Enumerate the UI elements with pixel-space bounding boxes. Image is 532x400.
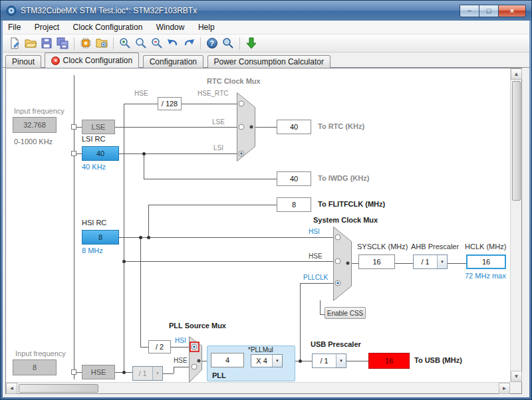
zoom-fit-icon xyxy=(134,37,148,50)
sysclk-value[interactable]: 16 xyxy=(358,254,395,269)
tab-clock-configuration[interactable]: × Clock Configuration xyxy=(45,52,139,68)
hclk-value[interactable]: 16 xyxy=(466,254,506,269)
tab-pinout[interactable]: Pinout xyxy=(5,55,41,68)
horizontal-scrollbar[interactable]: ◄ ► xyxy=(6,382,510,393)
vertical-scroll-thumb[interactable] xyxy=(512,81,521,201)
zoom-in-button[interactable] xyxy=(117,36,132,51)
hsi-frequency-field[interactable]: 8 xyxy=(82,230,119,245)
usb-clock-value-error[interactable]: 16 xyxy=(368,353,410,369)
lse-oscillator-box: LSE xyxy=(82,120,115,134)
junction-dot xyxy=(299,359,302,363)
scrollbar-corner xyxy=(510,382,521,393)
lsi-frequency-field[interactable]: 40 xyxy=(82,146,119,161)
pll-source-mux-title: PLL Source Mux xyxy=(169,322,226,330)
menu-window[interactable]: Window xyxy=(151,21,190,34)
vertical-scrollbar[interactable]: ▲ ▼ xyxy=(510,68,521,382)
search-button[interactable] xyxy=(220,36,235,51)
toolbar-separator xyxy=(200,37,201,50)
generate-code-button[interactable] xyxy=(94,36,109,51)
pll-multiplier-select[interactable]: X 4 ▼ xyxy=(251,354,283,367)
menu-clock-configuration[interactable]: Clock Configuration xyxy=(68,21,148,34)
menu-file[interactable]: File xyxy=(3,21,26,34)
connector-line xyxy=(140,237,141,347)
tab-power-consumption-calculator[interactable]: Power Consumption Calculator xyxy=(207,55,331,68)
scroll-up-button[interactable]: ▲ xyxy=(511,68,522,80)
connector-line xyxy=(124,104,158,104)
check-updates-button[interactable] xyxy=(243,36,259,51)
hse-divider-value: / 1 xyxy=(133,367,152,380)
bus-connector xyxy=(71,151,76,156)
save-button[interactable] xyxy=(39,36,54,51)
system-clock-mux xyxy=(333,227,352,301)
pllmux-hse-radio[interactable] xyxy=(192,364,197,369)
enable-css-button[interactable]: Enable CSS xyxy=(325,307,366,319)
sysmux-hsi-radio[interactable] xyxy=(335,235,340,240)
bus-connector xyxy=(71,369,76,375)
menu-project[interactable]: Project xyxy=(29,21,65,34)
redo-button[interactable] xyxy=(181,36,196,51)
zoom-out-button[interactable] xyxy=(149,36,164,51)
sysmux-output-dot xyxy=(346,262,350,265)
tab-configuration[interactable]: Configuration xyxy=(143,55,203,68)
title-bar: STM32CubeMX STM Test.ioc*: STM32F103RBTx… xyxy=(1,1,531,21)
lsi-rc-label: LSI RC xyxy=(82,135,105,143)
redo-icon xyxy=(182,37,196,50)
system-clock-mux-title: System Clock Mux xyxy=(313,216,378,224)
save-all-icon xyxy=(56,37,69,50)
tab-label: Clock Configuration xyxy=(63,56,132,65)
rtc-mux-lse-radio[interactable] xyxy=(239,124,244,130)
save-all-button[interactable] xyxy=(55,36,70,51)
pll-title: PLL xyxy=(212,371,226,379)
app-icon xyxy=(6,5,17,16)
sysmux-hse-radio[interactable] xyxy=(335,258,340,264)
to-rtc-label: To RTC (KHz) xyxy=(318,122,364,130)
hse-input-frequency-label: Input frequency xyxy=(15,350,66,357)
junction-dot xyxy=(139,236,142,239)
pllmux-selected-dot xyxy=(193,346,196,348)
connector-line xyxy=(148,205,277,205)
connector-line xyxy=(76,372,82,373)
new-file-button[interactable] xyxy=(7,36,22,51)
help-button[interactable]: ? xyxy=(204,36,219,51)
flitfclk-value[interactable]: 8 xyxy=(277,197,311,212)
sysmux-pllclk-label: PLLCLK xyxy=(303,274,328,281)
app-window: STM32CubeMX STM Test.ioc*: STM32F103RBTx… xyxy=(0,0,532,400)
scroll-left-button[interactable]: ◄ xyxy=(6,383,17,394)
horizontal-scroll-thumb[interactable] xyxy=(19,384,98,393)
scroll-down-button[interactable]: ▼ xyxy=(511,371,522,382)
connector-line xyxy=(320,314,325,315)
menu-help[interactable]: Help xyxy=(193,21,220,34)
zoom-fit-button[interactable] xyxy=(133,36,148,51)
minimize-button[interactable]: − xyxy=(460,5,479,17)
usb-prescaler-title: USB Prescaler xyxy=(311,340,361,348)
pllmux-hse-label: HSE xyxy=(174,357,188,364)
open-project-button[interactable] xyxy=(23,36,38,51)
chevron-down-icon: ▼ xyxy=(272,355,282,367)
usb-prescaler-select[interactable]: / 1 ▼ xyxy=(312,353,346,368)
zoom-out-icon xyxy=(150,37,164,50)
rtc-mux-hse-radio[interactable] xyxy=(239,101,244,106)
clock-tree-frame: Input frequency 32.768 0-1000 KHz LSE LS… xyxy=(5,68,522,394)
zoom-in-icon xyxy=(118,37,132,50)
ahb-prescaler-value: / 1 xyxy=(414,255,437,268)
close-button[interactable]: × xyxy=(498,5,526,17)
bus-connector xyxy=(71,124,76,130)
ahb-prescaler-select[interactable]: / 1 ▼ xyxy=(413,254,448,269)
iwdg-clock-value[interactable]: 40 xyxy=(277,171,311,186)
connector-line xyxy=(124,261,333,262)
hsi-rc-label: HSI RC xyxy=(82,219,106,227)
toolbar-separator xyxy=(239,37,240,50)
hse-input-frequency-value: 8 xyxy=(13,359,57,375)
hse-signal-label: HSE xyxy=(134,90,148,97)
undo-button[interactable] xyxy=(165,36,180,51)
maximize-button[interactable]: □ xyxy=(479,5,499,17)
connector-line xyxy=(182,104,237,104)
pllmux-hsi-label: HSI xyxy=(175,337,186,344)
mcu-config-button[interactable] xyxy=(78,36,93,51)
connector-line xyxy=(74,75,74,379)
pll-source-mux xyxy=(189,336,202,382)
open-folder-icon xyxy=(24,37,37,50)
pll-input-value[interactable]: 4 xyxy=(211,353,244,367)
scroll-right-button[interactable]: ► xyxy=(499,383,510,394)
rtc-clock-value[interactable]: 40 xyxy=(277,120,311,134)
